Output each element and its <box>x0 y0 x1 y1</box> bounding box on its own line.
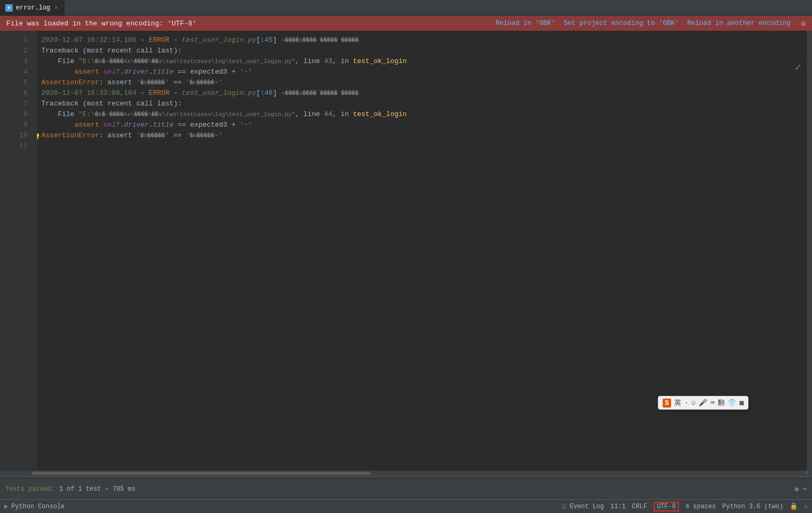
set-project-encoding-link[interactable]: Set project encoding to 'GBK' <box>564 20 679 27</box>
ime-dot[interactable]: · <box>684 399 689 407</box>
line-num-2: 2 <box>11 46 32 56</box>
horizontal-scrollbar[interactable] <box>0 471 812 476</box>
code-line-11 <box>41 141 807 152</box>
encoding-message: File was loaded in the wrong encoding: '… <box>6 20 495 28</box>
lightbulb-icon[interactable]: 💡 <box>37 132 41 143</box>
checkmark-icon: ✓ <box>795 63 801 73</box>
test-settings-gear-icon[interactable]: ⚙ <box>795 485 799 493</box>
file-icon: e <box>5 4 13 12</box>
reload-gbk-link[interactable]: Reload in 'GBK' <box>495 20 555 27</box>
ime-mic[interactable]: 🎤 <box>699 399 707 407</box>
editor-gutter <box>0 31 11 471</box>
ime-smiley[interactable]: ☺ <box>692 399 696 407</box>
ime-translate[interactable]: 翻 <box>718 398 725 408</box>
code-line-2: Traceback (most recent call last): <box>41 46 807 56</box>
code-line-10: 💡 AssertionError : assert ' �n����� ' ==… <box>41 130 807 141</box>
code-line-8: File "E:\ �k� - ����Ax\����\��x\two\test… <box>41 109 807 120</box>
code-line-9: assert self . driver . title == expected… <box>41 120 807 130</box>
scrollbar-thumb[interactable] <box>32 472 371 475</box>
code-line-4: assert self . driver . title == expected… <box>41 67 807 77</box>
line-num-8: 8 <box>11 109 32 120</box>
tab-bar: e error.log × <box>0 0 812 16</box>
python-version[interactable]: Python 3.6 (two) <box>722 503 783 510</box>
line-num-5: 5 <box>11 77 32 88</box>
double-arrow-icon[interactable]: » <box>805 468 809 477</box>
status-bar: ▶ Python Console ① Event Log 11:1 CRLF U… <box>0 499 812 513</box>
line-num-9: 9 <box>11 120 32 130</box>
status-warning-icon: ⚠ <box>804 502 808 510</box>
line-num-10: 10 <box>11 130 32 141</box>
status-lock-icon: 🔒 <box>790 502 798 510</box>
tests-passed-result: 1 of 1 test – 785 ms <box>59 485 136 493</box>
reload-another-encoding-link[interactable]: Reload in another encoding <box>688 20 791 27</box>
code-line-6: 2020-12-07 16:33:09,104 - ERROR - test_u… <box>41 88 807 99</box>
tab-close-button[interactable]: × <box>53 4 59 12</box>
line-ending[interactable]: CRLF <box>632 503 647 510</box>
encoding-actions: Reload in 'GBK' Set project encoding to … <box>495 19 806 28</box>
test-bar-right: ⚙ — <box>795 485 807 493</box>
event-log-icon: ① <box>561 502 567 511</box>
line-num-11: 11 <box>11 141 32 152</box>
ime-s-logo: S <box>663 399 671 408</box>
encoding-bar: File was loaded in the wrong encoding: '… <box>0 16 812 31</box>
tests-passed-label: Tests passed: <box>5 485 55 493</box>
encoding-settings-gear-icon[interactable]: ⚙ <box>801 19 806 28</box>
python-console-icon: ▶ <box>4 502 8 510</box>
ime-keyboard[interactable]: ⌨ <box>710 399 715 407</box>
ime-lang[interactable]: 英 <box>674 398 681 408</box>
status-right: ① Event Log 11:1 CRLF UTF-8 4 spaces Pyt… <box>561 502 808 511</box>
test-results-bar: Tests passed: 1 of 1 test – 785 ms ⚙ — <box>0 479 812 499</box>
encoding-status[interactable]: UTF-8 <box>654 502 679 511</box>
code-line-3: File "E:\ �k� - ����Ax\����\��x\two\test… <box>41 56 807 67</box>
code-line-1: 2020-12-07 16:32:14,106 - ERROR - test_u… <box>41 35 807 46</box>
test-minimize-icon[interactable]: — <box>803 485 807 493</box>
line-num-6: 6 <box>11 88 32 99</box>
code-line-5: AssertionError : assert ' �n����� ' == '… <box>41 77 807 88</box>
event-log-label: Event Log <box>569 503 604 510</box>
line-num-4: 4 <box>11 67 32 77</box>
ime-toolbar[interactable]: S 英 · ☺ 🎤 ⌨ 翻 👕 ▦ <box>658 396 748 410</box>
line-num-3: 3 <box>11 56 32 67</box>
ime-shirt[interactable]: 👕 <box>728 399 736 407</box>
vertical-scrollbar[interactable] <box>807 31 812 471</box>
line-numbers: 1 2 3 4 5 6 7 8 9 10 11 <box>11 31 37 471</box>
event-log-section[interactable]: ① Event Log <box>561 502 604 511</box>
status-left: ▶ Python Console <box>4 502 65 510</box>
indent-setting[interactable]: 4 spaces <box>685 503 716 510</box>
cursor-position[interactable]: 11:1 <box>610 503 626 510</box>
code-line-7: Traceback (most recent call last): <box>41 99 807 109</box>
line-num-7: 7 <box>11 99 32 109</box>
line-num-1: 1 <box>11 35 32 46</box>
ime-grid[interactable]: ▦ <box>739 399 744 407</box>
tab-error-log[interactable]: e error.log × <box>0 0 65 15</box>
line1-datetime: 2020-12-07 16:32:14,106 <box>41 35 136 46</box>
tab-label: error.log <box>16 4 50 12</box>
python-console-label[interactable]: Python Console <box>11 503 65 510</box>
